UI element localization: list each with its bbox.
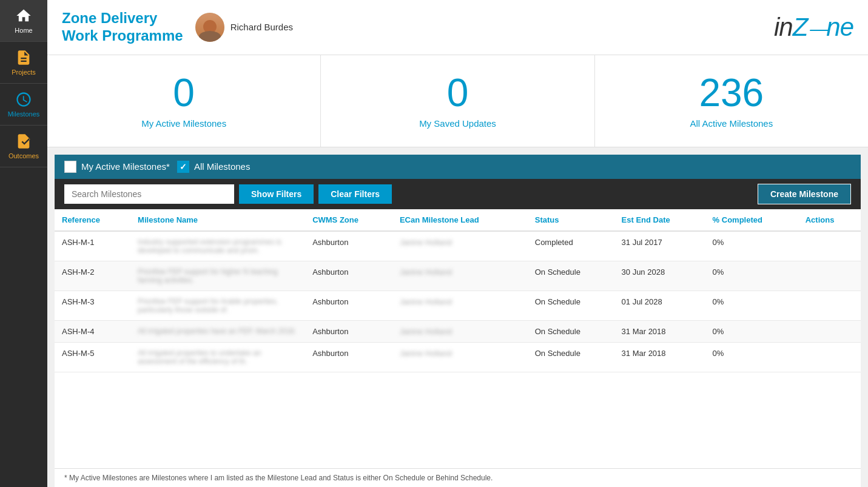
stat-saved-updates-label: My Saved Updates <box>333 118 582 129</box>
outcomes-icon <box>15 133 32 150</box>
user-info: Richard Burdes <box>195 13 293 42</box>
filter-row: Show Filters Clear Filters Create Milest… <box>55 179 861 209</box>
cell-name: All irrigated properties have an FEP. Ma… <box>130 320 305 342</box>
stat-all-milestones-number: 236 <box>607 73 856 112</box>
stat-all-milestones-label: All Active Milestones <box>607 118 856 129</box>
col-milestone-name: Milestone Name <box>130 209 305 231</box>
table-row[interactable]: ASH-M-1Industry supported extension prog… <box>55 231 861 261</box>
cell-ref: ASH-M-2 <box>55 261 130 291</box>
cell-status: On Schedule <box>528 320 614 342</box>
table-body: ASH-M-1Industry supported extension prog… <box>55 231 861 372</box>
cell-pct: 0% <box>705 261 798 291</box>
cell-end_date: 31 Mar 2018 <box>614 320 705 342</box>
milestones-icon <box>15 91 32 108</box>
cell-actions[interactable] <box>798 342 861 372</box>
header: Zone Delivery Work Programme Richard Bur… <box>47 0 868 55</box>
cell-actions[interactable] <box>798 261 861 291</box>
toolbar: My Active Milestones* All Milestones <box>55 155 861 179</box>
cell-status: On Schedule <box>528 342 614 372</box>
table-row[interactable]: ASH-M-4All irrigated properties have an … <box>55 320 861 342</box>
col-pct-completed: % Completed <box>705 209 798 231</box>
my-active-milestones-checkbox-box[interactable] <box>64 161 76 173</box>
stat-active-milestones: 0 My Active Milestones <box>47 55 321 147</box>
milestones-table: Reference Milestone Name CWMS Zone ECan … <box>55 209 861 372</box>
col-actions: Actions <box>798 209 861 231</box>
cell-actions[interactable] <box>798 231 861 261</box>
col-ecan-lead: ECan Milestone Lead <box>392 209 528 231</box>
cell-end_date: 31 Jul 2017 <box>614 231 705 261</box>
cell-end_date: 01 Jul 2028 <box>614 291 705 320</box>
cell-pct: 0% <box>705 291 798 320</box>
cell-name: Prioritise FEP support for Arable proper… <box>130 291 305 320</box>
header-left: Zone Delivery Work Programme Richard Bur… <box>62 10 293 45</box>
cell-zone: Ashburton <box>305 231 392 261</box>
cell-pct: 0% <box>705 320 798 342</box>
cell-name: Prioritise FEP support for higher N leac… <box>130 261 305 291</box>
stat-all-milestones: 236 All Active Milestones <box>595 55 868 147</box>
cell-ref: ASH-M-1 <box>55 231 130 261</box>
cell-pct: 0% <box>705 342 798 372</box>
col-status: Status <box>528 209 614 231</box>
cell-pct: 0% <box>705 231 798 261</box>
data-table-wrapper: Reference Milestone Name CWMS Zone ECan … <box>55 209 861 468</box>
table-row[interactable]: ASH-M-2Prioritise FEP support for higher… <box>55 261 861 291</box>
cell-actions[interactable] <box>798 291 861 320</box>
all-milestones-checkbox-box[interactable] <box>177 161 189 173</box>
stat-saved-updates: 0 My Saved Updates <box>321 55 594 147</box>
cell-status: Completed <box>528 231 614 261</box>
cell-zone: Ashburton <box>305 291 392 320</box>
cell-ref: ASH-M-3 <box>55 291 130 320</box>
home-icon <box>15 7 32 24</box>
cell-name: All irrigated properties to undertake an… <box>130 342 305 372</box>
cell-ref: ASH-M-4 <box>55 320 130 342</box>
app-title: Zone Delivery Work Programme <box>62 10 183 45</box>
sidebar-item-milestones[interactable]: Milestones <box>0 84 47 126</box>
cell-lead: Janine Holland <box>392 342 528 372</box>
sidebar-item-projects-label: Projects <box>12 69 36 76</box>
cell-name: Industry supported extension programmes … <box>130 231 305 261</box>
table-row[interactable]: ASH-M-3Prioritise FEP support for Arable… <box>55 291 861 320</box>
avatar <box>195 13 224 42</box>
table-row[interactable]: ASH-M-5All irrigated properties to under… <box>55 342 861 372</box>
projects-icon <box>15 49 32 66</box>
sidebar-item-home-label: Home <box>15 27 32 34</box>
sidebar-item-outcomes-label: Outcomes <box>8 152 39 160</box>
cell-lead: Janine Holland <box>392 291 528 320</box>
show-filters-button[interactable]: Show Filters <box>239 184 314 204</box>
cell-zone: Ashburton <box>305 320 392 342</box>
logo: inZ⸻ne <box>774 13 853 42</box>
cell-end_date: 30 Jun 2028 <box>614 261 705 291</box>
cell-status: On Schedule <box>528 291 614 320</box>
cell-end_date: 31 Mar 2018 <box>614 342 705 372</box>
stat-active-milestones-label: My Active Milestones <box>59 118 308 129</box>
all-milestones-checkbox[interactable]: All Milestones <box>177 161 251 173</box>
logo: inZ⸻ne <box>774 13 853 42</box>
stat-saved-updates-number: 0 <box>333 73 582 112</box>
cell-actions[interactable] <box>798 320 861 342</box>
cell-status: On Schedule <box>528 261 614 291</box>
sidebar-item-home[interactable]: Home <box>0 0 47 42</box>
all-milestones-label: All Milestones <box>194 161 251 172</box>
cell-lead: Janine Holland <box>392 231 528 261</box>
cell-lead: Janine Holland <box>392 320 528 342</box>
clear-filters-button[interactable]: Clear Filters <box>318 184 392 204</box>
col-reference: Reference <box>55 209 130 231</box>
user-name: Richard Burdes <box>230 22 293 32</box>
my-active-milestones-label: My Active Milestones* <box>81 161 170 172</box>
sidebar-item-milestones-label: Milestones <box>8 110 40 118</box>
cell-zone: Ashburton <box>305 261 392 291</box>
cell-zone: Ashburton <box>305 342 392 372</box>
cell-ref: ASH-M-5 <box>55 342 130 372</box>
stat-active-milestones-number: 0 <box>59 73 308 112</box>
sidebar-item-projects[interactable]: Projects <box>0 42 47 84</box>
sidebar-item-outcomes[interactable]: Outcomes <box>0 126 47 167</box>
sidebar: Home Projects Milestones Outcomes <box>0 0 47 487</box>
main-content: Zone Delivery Work Programme Richard Bur… <box>47 0 868 487</box>
create-milestone-button[interactable]: Create Milestone <box>758 184 851 204</box>
footer-note: * My Active Milestones are Milestones wh… <box>55 468 861 487</box>
cell-lead: Janine Holland <box>392 261 528 291</box>
stats-section: 0 My Active Milestones 0 My Saved Update… <box>47 55 868 147</box>
my-active-milestones-checkbox[interactable]: My Active Milestones* <box>64 161 170 173</box>
avatar-image <box>195 13 224 42</box>
search-input[interactable] <box>64 184 234 204</box>
